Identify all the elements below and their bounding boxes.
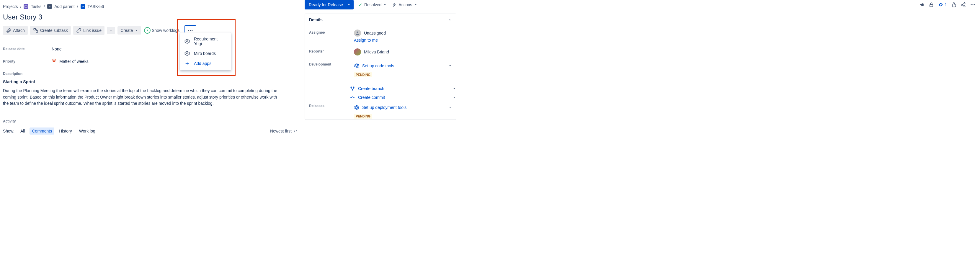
setup-code-tools-link[interactable]: Set up code tools bbox=[354, 61, 452, 70]
svg-rect-0 bbox=[25, 5, 27, 8]
action-toolbar: Attach Create subtask Link issue Create bbox=[3, 25, 298, 35]
pending-badge: PENDING bbox=[354, 72, 372, 77]
chevron-down-icon bbox=[347, 3, 351, 6]
menu-item-miro-boards[interactable]: Miro boards bbox=[180, 48, 231, 59]
svg-point-12 bbox=[192, 30, 192, 31]
description-body[interactable]: Starting a Sprint During the Planning Me… bbox=[3, 79, 298, 107]
create-commit-link[interactable]: Create commit bbox=[350, 93, 456, 102]
setup-deployment-tools-link[interactable]: Set up deployment tools bbox=[354, 103, 452, 112]
link-issue-button[interactable]: Link issue bbox=[73, 26, 105, 35]
avatar-icon bbox=[354, 48, 361, 56]
priority-icon bbox=[52, 59, 56, 64]
releases-label: Releases bbox=[309, 103, 354, 108]
svg-point-16 bbox=[186, 53, 188, 54]
pending-badge: PENDING bbox=[354, 114, 372, 119]
chevron-down-icon bbox=[383, 3, 387, 6]
assignee-value[interactable]: Unassigned bbox=[354, 30, 452, 37]
gear-icon bbox=[354, 105, 359, 110]
chevron-down-icon bbox=[449, 106, 452, 109]
attach-button[interactable]: Attach bbox=[3, 26, 28, 35]
svg-rect-8 bbox=[33, 28, 35, 30]
svg-marker-15 bbox=[185, 51, 189, 56]
menu-item-add-apps[interactable]: Add apps bbox=[180, 59, 231, 68]
avatar-icon bbox=[354, 30, 361, 37]
lightning-icon bbox=[392, 2, 397, 7]
svg-rect-9 bbox=[36, 31, 38, 32]
description-label: Description bbox=[3, 72, 298, 76]
svg-point-14 bbox=[186, 41, 188, 42]
actions-dropdown[interactable]: Actions bbox=[391, 1, 418, 9]
breadcrumb-sep: / bbox=[44, 4, 45, 9]
breadcrumb-sep: / bbox=[21, 4, 22, 9]
chevron-down-icon bbox=[414, 3, 417, 6]
create-branch-link[interactable]: Create branch bbox=[350, 84, 456, 93]
check-icon bbox=[358, 2, 363, 7]
release-date-label: Release date bbox=[3, 47, 52, 51]
issue-title[interactable]: User Story 3 bbox=[3, 12, 298, 25]
task-icon bbox=[81, 4, 85, 9]
svg-point-18 bbox=[351, 87, 352, 87]
chevron-down-icon bbox=[452, 95, 456, 99]
create-button[interactable]: Create bbox=[118, 26, 141, 35]
breadcrumb-tasks[interactable]: Tasks bbox=[31, 4, 41, 9]
breadcrumb: Projects / Tasks / Add parent / TASK-56 bbox=[3, 3, 298, 12]
menu-item-requirement-yogi[interactable]: Requirement Yogi bbox=[180, 34, 231, 48]
svg-point-11 bbox=[190, 30, 191, 31]
breadcrumb-issue-key[interactable]: TASK-56 bbox=[88, 4, 104, 9]
priority-label: Priority bbox=[3, 59, 52, 64]
activity-label: Activity bbox=[3, 119, 298, 123]
description-heading: Starting a Sprint bbox=[3, 79, 298, 84]
description-text: During the Planning Meeting the team wil… bbox=[3, 87, 283, 107]
svg-marker-13 bbox=[185, 39, 189, 44]
details-toggle[interactable]: Details bbox=[305, 14, 456, 26]
reporter-value[interactable]: Mileva Briand bbox=[354, 48, 452, 56]
tab-worklog[interactable]: Work log bbox=[77, 127, 98, 135]
status-button[interactable]: Ready for Release bbox=[305, 0, 354, 10]
commit-icon bbox=[350, 95, 355, 100]
gear-icon bbox=[354, 63, 359, 68]
show-worklogs-button[interactable]: Show worklogs bbox=[143, 25, 183, 35]
clock-icon bbox=[144, 27, 151, 33]
svg-point-20 bbox=[352, 89, 353, 90]
svg-point-10 bbox=[188, 30, 189, 31]
chevron-down-icon bbox=[452, 87, 456, 90]
create-subtask-button[interactable]: Create subtask bbox=[30, 26, 71, 35]
more-actions-menu: Requirement Yogi Miro boards Add apps bbox=[180, 32, 231, 70]
sort-button[interactable]: Newest first bbox=[270, 129, 298, 133]
assignee-label: Assignee bbox=[309, 30, 354, 35]
link-issue-dropdown[interactable] bbox=[107, 27, 115, 34]
details-panel: Details Assignee Unassigned Assign to me bbox=[305, 14, 457, 120]
reporter-label: Reporter bbox=[309, 48, 354, 53]
resolution-dropdown[interactable]: Resolved bbox=[356, 1, 388, 9]
chevron-down-icon bbox=[449, 64, 452, 68]
branch-icon bbox=[350, 86, 355, 91]
project-icon bbox=[24, 4, 28, 9]
svg-point-19 bbox=[353, 87, 354, 87]
assign-to-me-link[interactable]: Assign to me bbox=[354, 38, 378, 43]
sort-icon bbox=[293, 129, 298, 133]
chevron-up-icon bbox=[448, 18, 452, 22]
breadcrumb-add-parent[interactable]: Add parent bbox=[54, 4, 75, 9]
tab-all[interactable]: All bbox=[18, 127, 27, 135]
tab-history[interactable]: History bbox=[57, 127, 75, 135]
development-label: Development bbox=[309, 61, 354, 67]
svg-point-21 bbox=[352, 97, 353, 98]
tab-comments[interactable]: Comments bbox=[30, 127, 54, 135]
svg-point-17 bbox=[356, 32, 358, 33]
release-date-value[interactable]: None bbox=[52, 47, 61, 51]
activity-show-label: Show: bbox=[3, 129, 14, 133]
priority-value[interactable]: Matter of weeks bbox=[59, 59, 89, 64]
breadcrumb-projects[interactable]: Projects bbox=[3, 4, 18, 9]
edit-icon bbox=[47, 4, 52, 9]
breadcrumb-sep: / bbox=[77, 4, 78, 9]
